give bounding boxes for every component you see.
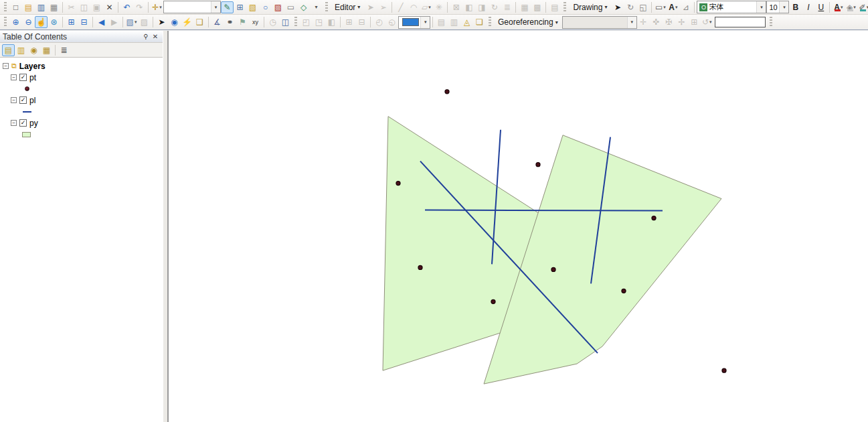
layer-group-label[interactable]: Layers <box>19 62 46 71</box>
new-text-tool-dropdown-icon: ▾ <box>675 5 678 10</box>
select-elements-tool-button[interactable]: ➤ <box>155 16 168 28</box>
toolbar-grip[interactable] <box>770 17 772 27</box>
font-combo-dropdown-icon[interactable]: ▾ <box>756 1 766 13</box>
table-of-contents-toggle-icon: ⊞ <box>236 3 243 11</box>
polygon-symbol-swatch[interactable] <box>22 132 31 137</box>
undo-button[interactable]: ↶ <box>120 1 133 13</box>
font-color-button[interactable]: A▾ <box>832 1 845 13</box>
layers-icon: ⧉ <box>11 62 17 70</box>
edit-vertices-drawing-button[interactable]: ⊿ <box>679 1 692 13</box>
full-extent-button[interactable]: ⊛ <box>48 16 60 28</box>
editor-menu[interactable]: Editor▾ <box>331 1 364 14</box>
point-tool-icon: ✳ <box>436 3 442 11</box>
toolbar-grip[interactable] <box>294 17 297 27</box>
search-window-button[interactable]: ○ <box>259 1 272 13</box>
font-combo[interactable]: O宋体▾ <box>697 1 766 13</box>
html-popup-button[interactable]: ❑ <box>193 16 206 28</box>
toolbar-options-button[interactable]: ▾ <box>310 1 323 13</box>
fixed-zoom-in-button[interactable]: ⊞ <box>65 16 78 28</box>
effects-tool-3-button[interactable]: ◬ <box>460 16 473 28</box>
arctoolbox-window-icon: ▨ <box>274 3 282 11</box>
go-back-extent-button[interactable]: ◀ <box>95 16 108 28</box>
list-by-source-button[interactable]: ▥ <box>15 44 27 56</box>
table-of-contents-toggle-button[interactable]: ⊞ <box>234 1 246 13</box>
toolbar-grip[interactable] <box>489 17 491 27</box>
new-shape-tool-button[interactable]: ▭▾ <box>654 1 667 13</box>
editor-toolbar-toggle-button[interactable]: ✎ <box>221 1 234 13</box>
zoom-in-button[interactable]: ⊕ <box>9 16 22 28</box>
save-button[interactable]: ▥ <box>35 1 48 13</box>
map-scale-combo-dropdown-icon[interactable]: ▾ <box>211 1 220 13</box>
expander-pt[interactable]: − <box>11 74 17 80</box>
georeferencing-menu[interactable]: Georeferencing▾ <box>494 15 562 29</box>
line-symbol-swatch[interactable] <box>23 111 31 113</box>
symbol-color-combo[interactable]: ▾ <box>398 16 430 29</box>
georeferencing-layer-combo-dropdown-icon[interactable]: ▾ <box>627 17 636 28</box>
expander-pl[interactable]: − <box>11 97 17 103</box>
toolbar-grip[interactable] <box>4 17 7 27</box>
symbol-color-combo-dropdown-icon[interactable]: ▾ <box>420 17 430 28</box>
measure-button[interactable]: ∡ <box>211 16 224 28</box>
open-folder-button[interactable]: ▤ <box>22 1 35 13</box>
find-button[interactable]: ⚭ <box>224 16 236 28</box>
panel-splitter[interactable] <box>163 31 169 422</box>
toc-title: Table Of Contents <box>3 32 67 42</box>
map-scale-combo[interactable]: ▾ <box>163 1 221 13</box>
layer-label-pt[interactable]: pt <box>29 73 36 82</box>
go-to-xy-button[interactable]: xy <box>249 16 262 28</box>
add-data-button[interactable]: ✛▾ <box>151 1 163 13</box>
zoom-to-selected-elements-button[interactable]: ◱ <box>636 1 649 13</box>
italic-button[interactable]: I <box>802 1 814 13</box>
delete-button[interactable]: ✕ <box>103 1 116 13</box>
bold-button[interactable]: B <box>789 1 802 13</box>
modelbuilder-window-button[interactable]: ◇ <box>297 1 310 13</box>
new-text-tool-button[interactable]: A▾ <box>667 1 679 13</box>
effects-tool-4-button[interactable]: ❏ <box>473 16 486 28</box>
save-icon: ▥ <box>37 3 45 11</box>
python-window-button[interactable]: ▭ <box>284 1 297 13</box>
drawing-menu[interactable]: Drawing▾ <box>569 1 611 14</box>
fixed-zoom-out-button[interactable]: ⊟ <box>78 16 90 28</box>
fill-color-dropdown-icon: ▾ <box>853 5 856 10</box>
fill-color-button[interactable]: ◈▾ <box>845 1 857 13</box>
toolbar-grip[interactable] <box>325 2 328 13</box>
expander-layers[interactable]: − <box>3 63 9 69</box>
zoom-out-button[interactable]: ⊖ <box>22 16 35 28</box>
toolbar-grip[interactable] <box>4 2 7 13</box>
auto-registration-icon: ✜ <box>653 18 659 26</box>
identify-button[interactable]: ◉ <box>168 16 181 28</box>
layer-label-pl[interactable]: pl <box>29 96 35 105</box>
new-document-button[interactable]: □ <box>9 1 22 13</box>
layer-checkbox-pt[interactable]: ✓ <box>19 74 27 81</box>
rotate-element-button[interactable]: ↻ <box>624 1 636 13</box>
georeferencing-cell-size-input[interactable] <box>715 17 766 27</box>
map-canvas[interactable] <box>169 31 868 422</box>
list-by-drawing-order-button[interactable]: ▤ <box>2 44 15 56</box>
catalog-window-button[interactable]: ▧ <box>246 1 259 13</box>
print-button[interactable]: ▦ <box>48 1 60 13</box>
select-features-button[interactable]: ▧▾ <box>125 16 138 28</box>
list-by-visibility-button[interactable]: ◉ <box>27 44 40 56</box>
layer-checkbox-py[interactable]: ✓ <box>19 119 27 127</box>
point-feature <box>722 368 726 372</box>
pin-icon[interactable]: ⚲ <box>141 33 151 40</box>
point-symbol-swatch[interactable] <box>25 86 29 91</box>
layer-label-py[interactable]: py <box>29 119 38 128</box>
arctoolbox-window-button[interactable]: ▨ <box>272 1 284 13</box>
font-size-combo[interactable]: 10▾ <box>766 1 789 13</box>
font-size-combo-dropdown-icon[interactable]: ▾ <box>779 1 788 13</box>
hyperlink-button[interactable]: ⚡ <box>181 16 193 28</box>
pan-button[interactable]: ☝ <box>35 16 48 28</box>
toc-options-button[interactable]: ≣ <box>58 44 70 56</box>
close-icon[interactable]: ✕ <box>151 33 160 40</box>
georeferencing-layer-combo[interactable]: ▾ <box>562 16 637 29</box>
expander-py[interactable]: − <box>11 120 17 126</box>
toolbar-grip[interactable] <box>563 2 566 13</box>
layer-checkbox-pl[interactable]: ✓ <box>19 96 27 104</box>
find-route-button[interactable]: ⚑ <box>236 16 249 28</box>
select-elements-drawing-button[interactable]: ➤ <box>611 1 624 13</box>
list-by-selection-button[interactable]: ▦ <box>40 44 53 56</box>
create-viewer-window-button[interactable]: ◫ <box>279 16 292 28</box>
underline-button[interactable]: U <box>814 1 827 13</box>
line-color-button[interactable]: ✐▾ <box>857 1 868 13</box>
